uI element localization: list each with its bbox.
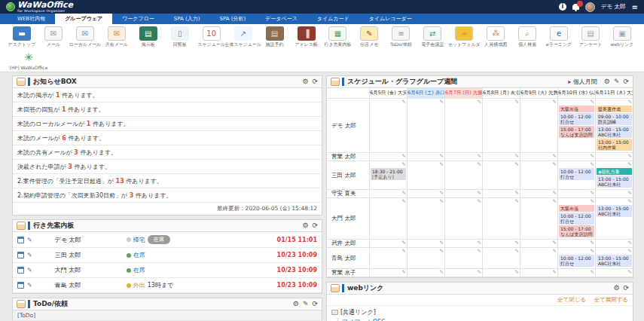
collapse-all-link[interactable]: 全て閉じる bbox=[557, 296, 586, 303]
info-icon[interactable]: i bbox=[559, 3, 566, 11]
notice-item[interactable]: 2.案件管理の「受注予定日超過」が 13 件あります。 bbox=[13, 174, 322, 188]
edit-icon[interactable]: ✎ bbox=[27, 237, 32, 243]
shared-mail-toolbar-item[interactable]: ✉共有メール bbox=[101, 26, 133, 48]
cell-edit-icon[interactable]: ✎ bbox=[559, 270, 594, 275]
nav-tab-7[interactable]: タイムレコーダー bbox=[359, 14, 422, 24]
schedule-event[interactable]: 大阪出張 bbox=[559, 205, 594, 212]
elearning-toolbar-item[interactable]: eeラーニング bbox=[543, 26, 575, 48]
schedule-event[interactable]: 13:00 - 15:00社内作業 bbox=[597, 139, 632, 151]
cell-edit-icon[interactable]: ✎ bbox=[521, 154, 557, 159]
org-chart-toolbar-item[interactable]: ⁂人員構成図 bbox=[480, 26, 511, 48]
cell-edit-icon[interactable]: ✎ bbox=[446, 240, 481, 246]
address-book-toolbar-item[interactable]: ▐アドレス帳 bbox=[291, 26, 322, 48]
cell-edit-icon[interactable]: ✎ bbox=[559, 154, 594, 159]
notice-item[interactable]: 2.契約申請管理の「次回更新30日前」が 3 件あります。 bbox=[13, 188, 322, 203]
nav-tab-3[interactable]: SPA (入力) bbox=[164, 14, 210, 24]
settings-gear-icon[interactable]: ⚙ bbox=[613, 285, 619, 292]
meeting-room-toolbar-item[interactable]: ⇄電子会議室 bbox=[417, 26, 448, 48]
nav-tab-1[interactable]: グループウェア bbox=[55, 14, 112, 24]
notice-item[interactable]: 未読の共有メールが 3 件あります。 bbox=[13, 145, 322, 160]
refresh-icon[interactable]: ⟳ bbox=[312, 301, 318, 307]
cell-edit-icon[interactable]: ✎ bbox=[371, 249, 406, 254]
cell-edit-icon[interactable]: ✎ bbox=[597, 191, 632, 196]
cell-edit-icon[interactable]: ✎ bbox=[446, 191, 481, 196]
cell-edit-icon[interactable]: ✎ bbox=[597, 240, 632, 246]
cell-edit-icon[interactable]: ✎ bbox=[484, 99, 519, 105]
notice-item[interactable]: 未読のローカルメールが 1 件あります。 bbox=[13, 117, 322, 131]
calendar-icon[interactable] bbox=[17, 282, 24, 289]
cell-edit-icon[interactable]: ✎ bbox=[597, 249, 632, 254]
cell-edit-icon[interactable]: ✎ bbox=[371, 154, 406, 159]
cell-edit-icon[interactable]: ✎ bbox=[484, 162, 519, 167]
facility-toolbar-item[interactable]: ▤施設予約 bbox=[259, 26, 291, 48]
notice-item[interactable]: 未読の掲示が 1 件あります。 bbox=[13, 88, 322, 102]
refresh-icon[interactable]: ⟳ bbox=[312, 222, 318, 229]
status-link[interactable]: 帰宅 bbox=[133, 236, 145, 244]
cell-edit-icon[interactable]: ✎ bbox=[446, 154, 481, 159]
schedule-event[interactable]: 10:00 - 12:00打合せ bbox=[559, 168, 594, 180]
schedule-event[interactable]: 13:00 - 15:00ABC社来社 bbox=[597, 205, 632, 217]
cell-edit-icon[interactable]: ✎ bbox=[446, 270, 481, 275]
schedule-event[interactable]: 18:30 - 21:00[予定あり] bbox=[371, 168, 406, 180]
schedule-toolbar-item[interactable]: 10スケジュール bbox=[196, 26, 227, 48]
cell-edit-icon[interactable]: ✎ bbox=[484, 240, 519, 246]
hot-folder-toolbar-item[interactable]: ▰ホットフォルダ bbox=[448, 26, 480, 48]
nav-tab-2[interactable]: ワークフロー bbox=[112, 14, 164, 24]
settings-gear-icon[interactable]: ⚙ bbox=[604, 78, 610, 85]
notice-item[interactable]: 未回答の回覧が 1 件あります。 bbox=[13, 102, 322, 117]
cell-edit-icon[interactable]: ✎ bbox=[408, 162, 444, 167]
schedule-event[interactable]: 13:00 - 15:00ABC社来社 bbox=[597, 126, 632, 138]
schedule-event[interactable]: 13:00 - 15:00ABC社来社 bbox=[597, 255, 632, 267]
cell-edit-icon[interactable]: ✎ bbox=[597, 270, 632, 275]
whereabouts-toolbar-item[interactable]: ▦行き先案内板 bbox=[322, 26, 354, 48]
edit-icon[interactable]: ✎ bbox=[27, 252, 32, 258]
menu-icon[interactable]: ≡ bbox=[632, 3, 638, 11]
cell-edit-icon[interactable]: ✎ bbox=[559, 249, 594, 254]
schedule-event[interactable]: 提案書作成 bbox=[597, 105, 632, 112]
cell-edit-icon[interactable]: ✎ bbox=[484, 270, 519, 275]
schedule-event[interactable]: 大阪出張 bbox=[559, 105, 594, 112]
todo-toolbar-item[interactable]: ≡ToDo/依頼 bbox=[385, 26, 417, 48]
cell-edit-icon[interactable]: ✎ bbox=[521, 199, 557, 204]
cell-edit-icon[interactable]: ✎ bbox=[559, 199, 594, 204]
cell-edit-icon[interactable]: ✎ bbox=[597, 99, 632, 105]
notice-item[interactable]: 未読のメールが 6 件あります。 bbox=[13, 131, 322, 145]
cell-edit-icon[interactable]: ✎ bbox=[597, 162, 632, 167]
nav-tab-5[interactable]: データベース bbox=[255, 14, 307, 24]
calendar-icon[interactable] bbox=[17, 237, 24, 243]
schedule-event[interactable]: 10:00 - 12:00打合せ bbox=[559, 255, 594, 267]
weblink-group[interactable]: [共通リンク] bbox=[331, 307, 628, 317]
notifications-bell-icon[interactable] bbox=[572, 4, 579, 10]
status-link[interactable]: 在席 bbox=[133, 266, 145, 274]
nav-tab-4[interactable]: SPA (分析) bbox=[210, 14, 256, 24]
cell-edit-icon[interactable]: ✎ bbox=[484, 199, 519, 204]
hp-wawaoffice-link[interactable]: ✳[HP] WaWaOffice bbox=[6, 50, 51, 70]
cell-edit-icon[interactable]: ✎ bbox=[597, 154, 632, 159]
person-search-toolbar-item[interactable]: ⌕個人検索 bbox=[511, 26, 543, 48]
memo-toolbar-item[interactable]: ✎伝言メモ bbox=[353, 26, 385, 48]
cell-edit-icon[interactable]: ✎ bbox=[521, 191, 557, 196]
expand-all-link[interactable]: 全て展開する bbox=[594, 296, 628, 303]
cell-edit-icon[interactable]: ✎ bbox=[521, 249, 557, 254]
cell-edit-icon[interactable]: ✎ bbox=[559, 162, 594, 167]
cell-edit-icon[interactable]: ✎ bbox=[521, 162, 557, 167]
cell-edit-icon[interactable]: ✎ bbox=[521, 240, 557, 246]
cell-edit-icon[interactable]: ✎ bbox=[484, 249, 519, 254]
desktop-toolbar-item[interactable]: ▬デスクトップ bbox=[6, 26, 38, 48]
edit-icon[interactable]: ✎ bbox=[27, 267, 32, 274]
user-avatar[interactable] bbox=[585, 2, 595, 12]
notice-item[interactable]: 決裁された申請が 3 件あります。 bbox=[13, 160, 322, 174]
cell-edit-icon[interactable]: ✎ bbox=[559, 240, 594, 246]
nav-tab-6[interactable]: タイムカード bbox=[307, 14, 359, 24]
cell-edit-icon[interactable]: ✎ bbox=[371, 162, 406, 167]
cell-edit-icon[interactable]: ✎ bbox=[371, 99, 406, 105]
schedule-event[interactable]: 10:00 - 12:00打合せ bbox=[559, 113, 594, 125]
status-link[interactable]: 外出 bbox=[133, 281, 145, 289]
user-name[interactable]: デモ 太郎 bbox=[601, 3, 626, 11]
cell-edit-icon[interactable]: ✎ bbox=[521, 270, 557, 275]
cell-edit-icon[interactable]: ✎ bbox=[408, 191, 444, 196]
all-schedule-toolbar-item[interactable]: ↗全体スケジュール bbox=[227, 26, 259, 48]
mail-toolbar-item[interactable]: ✉メール bbox=[38, 26, 69, 48]
edit-icon[interactable]: ✎ bbox=[303, 301, 309, 307]
refresh-icon[interactable]: ⟳ bbox=[623, 285, 629, 292]
